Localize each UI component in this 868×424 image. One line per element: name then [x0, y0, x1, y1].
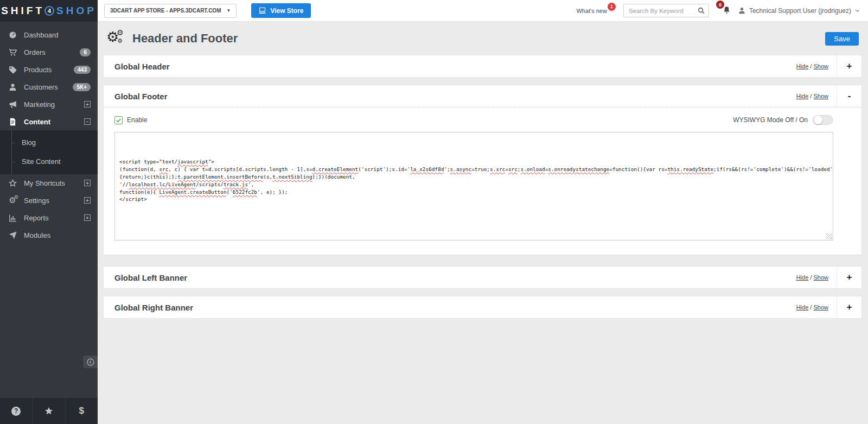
store-selector-label: 3DCART APP STORE - APPS.3DCART.COM: [110, 8, 221, 14]
user-name-label: Technical Support User (jrodriguez): [749, 7, 851, 15]
sidebar-item-label: Dashboard: [24, 31, 59, 39]
sidebar-item-label: Settings: [24, 197, 49, 205]
caret-down-icon: ▼: [226, 8, 231, 13]
expand-plus-icon[interactable]: [84, 214, 91, 221]
section-header: Global Right Banner Hide / Show +: [104, 296, 861, 318]
search-input[interactable]: [624, 8, 688, 14]
sidebar-item-site-content[interactable]: Site Content: [0, 152, 98, 171]
wysiwyg-toggle[interactable]: [813, 115, 833, 125]
whats-new-link[interactable]: What's new 1: [576, 8, 607, 14]
brand-logo-number: 4: [44, 6, 54, 16]
show-link[interactable]: Show: [813, 304, 828, 311]
sidebar-item-my-shortcuts[interactable]: My Shortcuts: [0, 174, 98, 192]
collapse-minus-icon[interactable]: [84, 118, 91, 125]
person-icon: [8, 82, 17, 92]
page-content: ⚙⚙⚙ Header and Footer Save Global Header…: [98, 22, 868, 424]
footer-code-editor[interactable]: <script type="text/javascript">(function…: [114, 132, 833, 241]
user-icon: [738, 7, 746, 15]
section-title: Global Left Banner: [104, 273, 187, 282]
whats-new-badge: 1: [608, 3, 616, 11]
billing-button[interactable]: $: [66, 398, 98, 424]
sidebar-nav: Dashboard Orders 6 Products 443 Customer…: [0, 22, 98, 244]
sidebar-item-modules[interactable]: Modules: [0, 226, 98, 244]
user-menu[interactable]: Technical Support User (jrodriguez): [738, 7, 860, 15]
hide-show-links: Hide / Show: [796, 93, 837, 99]
main-area: 3DCART APP STORE - APPS.3DCART.COM ▼ Vie…: [98, 0, 868, 424]
show-link[interactable]: Show: [813, 93, 828, 99]
show-link[interactable]: Show: [813, 274, 828, 281]
section-title: Global Footer: [104, 92, 168, 101]
section-controls: Hide / Show -: [796, 85, 861, 107]
topbar-right: What's new 1 0 Technical Support User (j…: [576, 4, 860, 17]
store-selector-dropdown[interactable]: 3DCART APP STORE - APPS.3DCART.COM ▼: [104, 4, 237, 18]
sidebar-item-label: My Shortcuts: [24, 179, 65, 187]
bar-chart-icon: [8, 213, 17, 223]
help-button[interactable]: ?: [0, 398, 33, 424]
hide-link[interactable]: Hide: [796, 93, 809, 99]
customers-count-badge: 5K+: [73, 83, 91, 91]
resize-grip[interactable]: [826, 233, 832, 239]
sidebar-item-label: Products: [24, 66, 52, 74]
enable-checkbox[interactable]: [114, 116, 123, 124]
sidebar-item-orders[interactable]: Orders 6: [0, 43, 98, 61]
section-global-right-banner: Global Right Banner Hide / Show +: [103, 296, 862, 319]
sidebar-item-products[interactable]: Products 443: [0, 61, 98, 78]
sidebar-item-label: Content: [24, 118, 50, 126]
expand-section-button[interactable]: +: [837, 55, 861, 77]
hide-link[interactable]: Hide: [796, 63, 809, 69]
document-icon: [8, 117, 17, 126]
brand-logo-suffix: SHOP: [56, 5, 97, 17]
expand-plus-icon[interactable]: [84, 101, 91, 107]
sidebar-item-reports[interactable]: Reports: [0, 209, 98, 226]
wysiwyg-control: WYSIWYG Mode Off / On: [733, 115, 833, 125]
page-header: ⚙⚙⚙ Header and Footer Save: [103, 29, 862, 55]
section-header: Global Header Hide / Show +: [104, 55, 861, 77]
search-icon[interactable]: [697, 7, 705, 17]
sidebar-item-label: Reports: [24, 214, 49, 222]
sidebar-item-settings[interactable]: ⚙⚙ Settings: [0, 192, 98, 209]
topbar: 3DCART APP STORE - APPS.3DCART.COM ▼ Vie…: [98, 0, 868, 22]
sidebar-item-label: Modules: [24, 231, 50, 239]
expand-section-button[interactable]: +: [837, 296, 861, 318]
enable-label: Enable: [127, 116, 147, 124]
megaphone-icon: [8, 99, 17, 109]
wysiwyg-label: WYSIWYG Mode Off / On: [733, 116, 808, 124]
monitor-icon: [258, 7, 266, 14]
sidebar-item-content[interactable]: Content: [0, 113, 98, 130]
section-header: Global Footer Hide / Show -: [104, 85, 861, 107]
show-link[interactable]: Show: [813, 63, 828, 69]
star-icon: [44, 406, 54, 416]
view-store-label: View Store: [270, 7, 303, 15]
star-outline-icon: [8, 178, 17, 188]
sidebar-collapse-button[interactable]: [83, 356, 98, 368]
whats-new-label: What's new: [576, 8, 607, 14]
hide-link[interactable]: Hide: [796, 304, 809, 311]
sidebar-item-customers[interactable]: Customers 5K+: [0, 78, 98, 96]
expand-plus-icon[interactable]: [84, 180, 91, 186]
section-global-footer: Global Footer Hide / Show - Enable WYSIW…: [103, 85, 862, 255]
notifications-button[interactable]: 0: [722, 5, 731, 16]
view-store-button[interactable]: View Store: [251, 3, 310, 18]
chevron-down-icon: [854, 8, 860, 14]
expand-plus-icon[interactable]: [84, 197, 91, 204]
hide-show-links: Hide / Show: [796, 63, 837, 69]
favorites-button[interactable]: [33, 398, 65, 424]
sidebar-item-marketing[interactable]: Marketing: [0, 96, 98, 113]
topbar-search: [623, 4, 709, 17]
collapse-section-button[interactable]: -: [837, 85, 861, 107]
sidebar-item-blog[interactable]: Blog: [0, 133, 98, 152]
sidebar-item-label: Orders: [24, 48, 46, 56]
gears-icon: ⚙⚙: [8, 195, 17, 205]
save-button[interactable]: Save: [825, 32, 859, 46]
toggle-knob: [814, 116, 822, 124]
hide-link[interactable]: Hide: [796, 274, 809, 281]
tag-icon: [8, 65, 17, 74]
sidebar-item-dashboard[interactable]: Dashboard: [0, 26, 98, 43]
cart-icon: [8, 47, 17, 57]
sidebar-footer: ? $: [0, 398, 98, 424]
section-global-header: Global Header Hide / Show +: [103, 55, 862, 78]
hide-show-links: Hide / Show: [796, 274, 837, 281]
brand-logo[interactable]: SHIFT 4 SHOP: [0, 0, 98, 22]
expand-section-button[interactable]: +: [837, 267, 861, 288]
products-count-badge: 443: [74, 66, 91, 74]
